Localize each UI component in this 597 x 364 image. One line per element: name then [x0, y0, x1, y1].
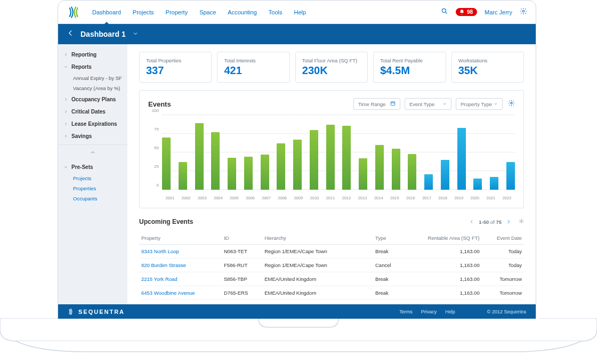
x-tick: 2022 — [499, 196, 515, 200]
sidebar-item-critical-dates[interactable]: Critical Dates — [58, 106, 127, 118]
svg-point-0 — [442, 9, 446, 12]
column-header[interactable]: Event Date — [482, 232, 524, 245]
chart-bar — [490, 177, 498, 190]
chart-bar — [195, 123, 204, 190]
x-tick: 2007 — [259, 196, 275, 200]
filter-property-type[interactable]: Property Type — [456, 98, 503, 110]
filter-event-type[interactable]: Event Type — [405, 98, 451, 110]
filter-time-range[interactable]: Time Range — [353, 98, 400, 110]
svg-point-7 — [511, 102, 512, 104]
chart-bar — [506, 162, 515, 190]
sidebar-item-lease-expirations[interactable]: Lease Expirations — [58, 118, 127, 130]
footer-link-help[interactable]: Help — [445, 309, 455, 314]
pager-next-icon[interactable] — [506, 219, 511, 224]
x-tick: 2020 — [467, 196, 483, 200]
column-header[interactable]: ID — [222, 232, 262, 245]
property-link[interactable]: 6453 Woodbine Avenue — [139, 286, 222, 300]
svg-line-1 — [446, 12, 447, 13]
table-row: 9343 North LoopN063-TETRegion 1/EMEA/Cap… — [139, 245, 524, 258]
table-settings-icon[interactable] — [519, 219, 524, 225]
sidebar-item-reports[interactable]: Reports — [58, 61, 127, 73]
search-icon[interactable] — [441, 7, 448, 17]
column-header[interactable]: Rentable Area (SQ FT) — [402, 232, 482, 245]
chart-bar — [162, 137, 171, 190]
pager-range: 1-50 of 75 — [479, 219, 502, 225]
svg-point-2 — [522, 10, 525, 12]
x-tick: 2003 — [194, 196, 210, 200]
table-row: 6453 Woodbine AvenueD765-ERSEMEA/United … — [139, 286, 524, 300]
sidebar-subitem[interactable]: Vacancy (Area by %) — [58, 83, 127, 93]
property-link[interactable]: 9343 North Loop — [139, 245, 222, 258]
notifications-button[interactable]: 98 — [456, 8, 477, 16]
brand-logo — [67, 5, 82, 20]
y-tick: 25 — [154, 164, 159, 169]
nav-dashboard[interactable]: Dashboard — [92, 7, 121, 18]
chevron-down-icon — [494, 101, 498, 107]
preset-projects[interactable]: Projects — [58, 173, 127, 183]
chart-bar — [375, 145, 384, 190]
kpi-value: 421 — [224, 64, 283, 77]
chart-bar — [179, 162, 187, 190]
property-link[interactable]: 1537 Badger Road — [139, 300, 222, 305]
laptop-bezel — [0, 318, 597, 355]
kpi-value: 35K — [458, 64, 517, 77]
column-header[interactable]: Property — [139, 232, 222, 245]
chart-bar — [293, 140, 302, 190]
page-footer: SEQUENTRA TermsPrivacyHelp © 2012 Sequen… — [58, 304, 536, 319]
x-tick: 2002 — [178, 196, 194, 200]
pager-prev-icon[interactable] — [469, 219, 474, 224]
nav-projects[interactable]: Projects — [133, 7, 154, 18]
footer-link-privacy[interactable]: Privacy — [421, 309, 437, 314]
chart-bar — [277, 143, 285, 190]
table-pager: 1-50 of 75 — [469, 219, 524, 225]
chart-bar — [310, 130, 318, 190]
sidebar-item-reporting[interactable]: Reporting — [58, 48, 127, 61]
x-tick: 2018 — [435, 196, 451, 200]
events-panel-title: Events — [148, 100, 349, 108]
panel-settings-icon[interactable] — [508, 99, 515, 109]
calendar-icon — [390, 101, 396, 107]
chart-bar — [326, 125, 335, 190]
kpi-card: Total Floor Area (SQ FT)230K — [295, 52, 368, 83]
settings-icon[interactable] — [520, 7, 527, 17]
nav-tools[interactable]: Tools — [269, 7, 283, 18]
column-header[interactable]: Hierarchy — [262, 232, 373, 245]
nav-help[interactable]: Help — [294, 7, 306, 18]
sidebar-collapse-icon[interactable] — [58, 144, 127, 161]
back-button[interactable] — [67, 29, 74, 39]
notification-count: 98 — [467, 9, 473, 15]
chart-bar — [424, 174, 433, 190]
upcoming-events-table: PropertyIDHierarchyTypeRentable Area (SQ… — [139, 232, 524, 304]
sidebar: ReportingReportsAnnual Expiry - by SFVac… — [58, 44, 127, 304]
main-content: Total Properties337Total Interests421Tot… — [127, 44, 536, 304]
x-tick: 2001 — [162, 196, 178, 200]
upcoming-events-title: Upcoming Events — [139, 218, 469, 225]
chart-bar — [441, 160, 449, 190]
kpi-value: $4.5M — [380, 64, 439, 77]
sidebar-item-savings[interactable]: Savings — [58, 130, 127, 142]
x-tick: 2019 — [451, 196, 467, 200]
nav-space[interactable]: Space — [199, 7, 216, 18]
chart-bar — [261, 155, 269, 190]
y-tick: 75 — [154, 127, 159, 132]
preset-occupants[interactable]: Occupants — [58, 193, 127, 204]
footer-brand: SEQUENTRA — [68, 308, 125, 316]
nav-accounting[interactable]: Accounting — [228, 7, 256, 18]
x-tick: 2012 — [338, 196, 354, 200]
sidebar-item-occupancy-plans[interactable]: Occupancy Plans — [58, 93, 127, 106]
preset-properties[interactable]: Properties — [58, 183, 127, 193]
property-link[interactable]: 820 Burden Strasse — [139, 258, 222, 272]
chart-bar — [473, 179, 482, 190]
dashboard-dropdown-icon[interactable] — [132, 29, 139, 39]
sidebar-subitem[interactable]: Annual Expiry - by SF — [58, 73, 127, 83]
kpi-label: Workstations — [458, 58, 517, 63]
svg-rect-3 — [391, 102, 395, 106]
nav-property[interactable]: Property — [166, 7, 188, 18]
property-link[interactable]: 2215 York Road — [139, 272, 222, 286]
kpi-label: Total Rent Payable — [380, 58, 439, 63]
user-name[interactable]: Marc Jerry — [485, 9, 512, 15]
chart-bar — [211, 132, 220, 190]
column-header[interactable]: Type — [373, 232, 402, 245]
sidebar-item-presets[interactable]: Pre-Sets — [58, 161, 127, 173]
footer-link-terms[interactable]: Terms — [399, 309, 413, 314]
